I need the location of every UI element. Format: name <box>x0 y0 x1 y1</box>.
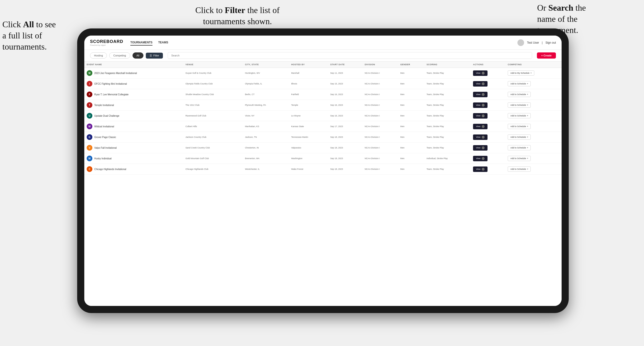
info-icon-3: ⓘ <box>482 104 485 107</box>
team-logo-4: U <box>87 113 92 119</box>
view-button-7[interactable]: View ⓘ <box>473 145 488 151</box>
add-schedule-button-6[interactable]: Add to Schedule + <box>508 135 531 140</box>
view-button-5[interactable]: View ⓘ <box>473 124 488 129</box>
cell-gender-0: Men <box>398 68 424 78</box>
cell-division-3: NCAA Division I <box>362 100 398 111</box>
event-name-3: Temple Invitational <box>94 104 114 107</box>
add-icon-1: + <box>527 83 528 85</box>
tab-competing[interactable]: Competing <box>109 52 130 59</box>
add-icon-7: + <box>527 147 528 149</box>
table-row: U Upstate Dual Challenge Ravenwood Golf … <box>84 111 562 121</box>
table-row: I OFCC Fighting Illini Invitational Olym… <box>84 78 562 89</box>
add-schedule-button-5[interactable]: Add to Schedule + <box>508 124 531 129</box>
add-schedule-button-1[interactable]: Add to Schedule + <box>508 81 531 86</box>
search-input[interactable] <box>168 52 532 59</box>
cell-event-6: G Grover Page Classic <box>84 132 183 143</box>
add-icon-0: + <box>530 72 532 74</box>
event-name-1: OFCC Fighting Illini Invitational <box>94 83 127 85</box>
cell-city-5: Manhattan, KS <box>243 121 289 132</box>
cell-actions-1: View ⓘ <box>471 78 505 89</box>
cell-competing-5: Add to Schedule + <box>505 121 562 132</box>
view-button-3[interactable]: View ⓘ <box>473 102 488 108</box>
nav-tournaments[interactable]: TOURNAMENTS <box>130 40 152 45</box>
event-name-5: Wildcat Invitational <box>94 125 114 128</box>
info-icon-1: ⓘ <box>482 82 485 85</box>
cell-date-0: Sep 11, 2023 <box>328 68 362 78</box>
cell-event-2: F Ryan T. Lee Memorial Collegiate <box>84 89 183 100</box>
cell-hosted-0: Marshall <box>289 68 328 78</box>
cell-gender-4: Men <box>398 111 424 121</box>
view-button-8[interactable]: View ⓘ <box>473 156 488 161</box>
view-button-6[interactable]: View ⓘ <box>473 135 488 140</box>
cell-venue-2: Shuttle Meadow Country Club <box>183 89 243 100</box>
cell-hosted-1: Illinois <box>289 78 328 89</box>
tab-hosting[interactable]: Hosting <box>90 52 107 59</box>
cell-actions-4: View ⓘ <box>471 111 505 121</box>
cell-gender-5: Men <box>398 121 424 132</box>
view-button-0[interactable]: View ⓘ <box>473 70 488 76</box>
add-icon-8: + <box>527 157 528 160</box>
cell-hosted-6: Tennessee-Martin <box>289 132 328 143</box>
cell-city-6: Jackson, TN <box>243 132 289 143</box>
cell-city-9: Westchester, IL <box>243 164 289 174</box>
cell-venue-1: Olympia Fields Country Club <box>183 78 243 89</box>
info-icon-7: ⓘ <box>482 146 485 149</box>
cell-division-1: NCAA Division I <box>362 78 398 89</box>
info-icon-8: ⓘ <box>482 157 485 160</box>
cell-gender-3: Men <box>398 100 424 111</box>
logo-sub: Powered by clippd <box>90 44 123 46</box>
view-button-9[interactable]: View ⓘ <box>473 167 488 172</box>
event-name-0: 2023 Joe Feaganes Marshall Invitational <box>94 72 137 74</box>
cell-gender-9: Men <box>398 164 424 174</box>
cell-actions-2: View ⓘ <box>471 89 505 100</box>
cell-date-5: Sep 17, 2023 <box>328 121 362 132</box>
cell-competing-3: Add to Schedule + <box>505 100 562 111</box>
cell-gender-1: Men <box>398 78 424 89</box>
cell-competing-1: Add to Schedule + <box>505 78 562 89</box>
tab-all[interactable]: All <box>132 52 144 59</box>
cell-competing-0: Add to My Schedule + <box>505 68 562 78</box>
add-schedule-button-9[interactable]: Add to Schedule + <box>508 167 531 172</box>
table-row: V Valpo Fall Invitational Sand Creek Cou… <box>84 143 562 153</box>
cell-hosted-4: Le Moyne <box>289 111 328 121</box>
cell-scoring-0: Team, Stroke Play <box>424 68 471 78</box>
col-competing: COMPETING <box>505 61 562 68</box>
add-schedule-button-0[interactable]: Add to My Schedule + <box>508 70 534 76</box>
info-icon-9: ⓘ <box>482 168 485 171</box>
add-schedule-button-2[interactable]: Add to Schedule + <box>508 92 531 97</box>
annotation-filter: Click to Filter the list oftournaments s… <box>166 5 309 27</box>
info-icon-0: ⓘ <box>482 72 485 75</box>
table-row: T Temple Invitational The 1912 Club Plym… <box>84 100 562 111</box>
add-schedule-button-8[interactable]: Add to Schedule + <box>508 156 531 161</box>
cell-hosted-7: Valparaiso <box>289 143 328 153</box>
view-button-2[interactable]: View ⓘ <box>473 92 488 97</box>
add-schedule-button-3[interactable]: Add to Schedule + <box>508 102 531 108</box>
cell-scoring-4: Team, Stroke Play <box>424 111 471 121</box>
cell-gender-6: Men <box>398 132 424 143</box>
filter-button[interactable]: ☰ Filter <box>146 53 163 59</box>
cell-city-3: Plymouth Meeting, PA <box>243 100 289 111</box>
cell-date-3: Sep 16, 2023 <box>328 100 362 111</box>
add-icon-9: + <box>527 168 528 170</box>
cell-event-7: V Valpo Fall Invitational <box>84 143 183 153</box>
cell-actions-0: View ⓘ <box>471 68 505 78</box>
create-button[interactable]: + Create <box>537 52 556 59</box>
cell-scoring-3: Team, Stroke Play <box>424 100 471 111</box>
sign-out-link[interactable]: Sign out <box>546 41 556 44</box>
cell-event-5: W Wildcat Invitational <box>84 121 183 132</box>
cell-hosted-3: Temple <box>289 100 328 111</box>
cell-competing-6: Add to Schedule + <box>505 132 562 143</box>
add-schedule-button-4[interactable]: Add to Schedule + <box>508 113 531 118</box>
col-gender: GENDER <box>398 61 424 68</box>
search-box-container <box>168 52 532 59</box>
event-name-6: Grover Page Classic <box>94 136 116 139</box>
add-schedule-button-7[interactable]: Add to Schedule + <box>508 145 531 150</box>
team-logo-7: V <box>87 145 92 151</box>
view-button-1[interactable]: View ⓘ <box>473 81 488 87</box>
cell-date-9: Sep 18, 2023 <box>328 164 362 174</box>
team-logo-0: M <box>87 70 92 76</box>
view-button-4[interactable]: View ⓘ <box>473 113 488 119</box>
nav-teams[interactable]: TEAMS <box>158 40 168 45</box>
nav-right: Test User | Sign out <box>518 39 556 46</box>
cell-venue-8: Gold Mountain Golf Club <box>183 153 243 164</box>
